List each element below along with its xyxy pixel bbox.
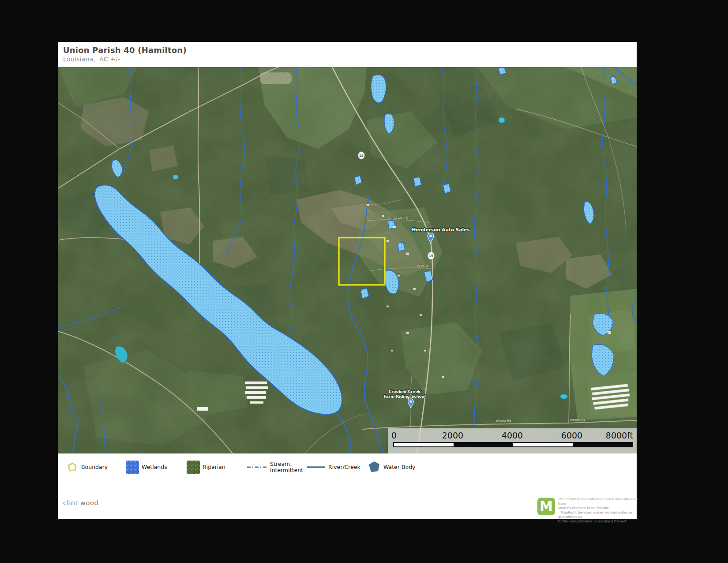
poi-label-crooked-creek-2: Farm Riding School xyxy=(383,394,426,399)
legend-label: River/Creek xyxy=(328,464,360,470)
svg-text:15: 15 xyxy=(429,254,433,258)
legend-item-boundary: Boundary xyxy=(66,459,108,476)
scale-tick-4000: 4000 xyxy=(502,431,523,440)
legend-label: Riparian xyxy=(203,464,225,470)
wetlands-legend-icon xyxy=(126,461,139,474)
author-name: clint wood xyxy=(63,499,98,506)
legend-item-wetlands: Wetlands xyxy=(126,459,167,476)
poi-label-henderson: Henderson Auto Sales xyxy=(412,227,470,232)
header: Union Parish 40 (Hamilton) Louisiana, AC… xyxy=(58,42,637,67)
scale-tick-2000: 2000 xyxy=(442,431,463,440)
page-title: Union Parish 40 (Hamilton) xyxy=(63,45,187,55)
poi-label-crooked-creek-1: Crooked Creek xyxy=(389,389,421,394)
legend-item-riparian: Riparian xyxy=(187,459,225,476)
legend-item-stream-intermittent: Stream, Intermittent xyxy=(247,459,303,476)
disclaimer-line: The information contained herein was obt… xyxy=(558,497,638,506)
road-label-weems-1: Weems Rd xyxy=(496,419,511,423)
stream-intermittent-legend-icon xyxy=(247,465,267,469)
road-label-weems-2: Weems Rd xyxy=(570,418,585,422)
scale-tick-8000ft: 8000ft xyxy=(606,431,633,440)
legend-label: Stream, Intermittent xyxy=(270,461,303,474)
legend-label: Water Body xyxy=(383,464,415,470)
legend-item-water-body: Water Body xyxy=(368,459,415,476)
scale-tick-6000: 6000 xyxy=(561,431,582,440)
mapright-logo-icon: M xyxy=(537,498,555,515)
map-document-page: Union Parish 40 (Hamilton) Louisiana, AC… xyxy=(58,42,637,519)
legend: Boundary Wetlands Riparian Stream, Inter… xyxy=(58,459,637,476)
riparian-legend-icon xyxy=(187,461,200,474)
road-label-fawn: Fawn Dr xyxy=(417,264,429,268)
satellite-map: Henderson Auto Sales Gerald Allen Dr Faw… xyxy=(58,67,637,453)
river-creek-legend-icon xyxy=(307,465,325,469)
scale-bar: 0 2000 4000 6000 8000ft xyxy=(388,428,637,453)
svg-text:15: 15 xyxy=(359,154,364,158)
disclaimer-line: to the completeness or accuracy thereof. xyxy=(558,519,638,524)
disclaimer-line: sources deemed to be reliable. xyxy=(558,506,638,510)
scale-tick-0: 0 xyxy=(391,431,397,440)
road-label-gerald-allen: Gerald Allen Dr xyxy=(387,217,409,220)
scale-bar-segments xyxy=(393,442,633,447)
boundary-legend-icon xyxy=(66,462,78,472)
legend-label: Wetlands xyxy=(142,464,167,470)
legend-label: Boundary xyxy=(81,464,108,470)
page-subtitle: Louisiana, AC +/- xyxy=(63,56,120,63)
map-canvas: Henderson Auto Sales Gerald Allen Dr Faw… xyxy=(58,67,637,453)
logo-letter: M xyxy=(540,500,553,513)
screenshot-stage: Union Parish 40 (Hamilton) Louisiana, AC… xyxy=(0,0,728,563)
route-shield-icon: 15 xyxy=(358,152,365,159)
route-shield-icon: 15 xyxy=(428,252,435,260)
disclaimer-line: MapRight Services makes no warranties or… xyxy=(558,510,638,519)
water-body-legend-icon xyxy=(368,461,381,473)
legend-item-river-creek: River/Creek xyxy=(307,459,360,476)
disclaimer: The information contained herein was obt… xyxy=(558,497,638,524)
